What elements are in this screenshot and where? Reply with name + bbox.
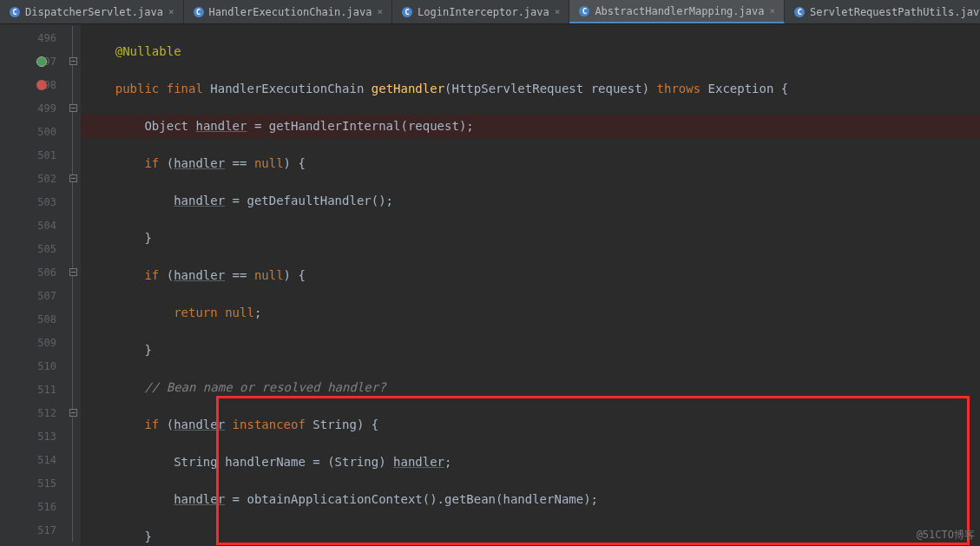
code-line[interactable]: // Bean name or resolved handler? — [81, 376, 980, 399]
class-icon: C — [793, 6, 806, 18]
fold-icon[interactable] — [69, 104, 77, 112]
tab-servletpath[interactable]: C ServletRequestPathUtils.java × — [785, 0, 980, 23]
tab-label: DispatcherServlet.java — [25, 6, 163, 18]
code-line[interactable]: } — [81, 339, 980, 362]
code-line[interactable]: if (handler instanceof String) { — [81, 413, 980, 437]
close-icon[interactable]: × — [769, 5, 775, 16]
code-content[interactable]: @Nullable public final HandlerExecutionC… — [81, 24, 980, 546]
tab-login[interactable]: C LoginInterceptor.java × — [392, 0, 569, 23]
close-icon[interactable]: × — [555, 6, 561, 17]
gutter-line: 497 — [0, 49, 65, 73]
gutter-line: 517 — [0, 518, 65, 542]
tab-label: AbstractHandlerMapping.java — [595, 5, 764, 17]
gutter-line: 496 — [0, 26, 65, 49]
gutter-line: 511 — [0, 378, 65, 401]
code-line[interactable]: } — [81, 227, 980, 250]
class-icon: C — [578, 5, 590, 17]
class-icon: C — [9, 6, 21, 18]
code-line[interactable]: if (handler == null) { — [81, 152, 980, 175]
code-line[interactable]: String handlerName = (String) handler; — [81, 451, 980, 474]
tab-label: LoginInterceptor.java — [418, 6, 549, 18]
fold-icon[interactable] — [69, 409, 77, 417]
tab-label: HandlerExecutionChain.java — [209, 6, 372, 18]
tab-abstracthandler[interactable]: C AbstractHandlerMapping.java × — [569, 0, 785, 23]
gutter-line: 512 — [0, 401, 65, 424]
gutter-line: 509 — [0, 331, 65, 354]
class-icon: C — [193, 6, 205, 18]
gutter-line: 506 — [0, 260, 65, 284]
tab-label: ServletRequestPathUtils.java — [810, 6, 980, 18]
gutter-line: 503 — [0, 190, 65, 214]
code-line[interactable]: @Nullable — [81, 40, 980, 63]
fold-column — [65, 24, 81, 546]
close-icon[interactable]: × — [168, 6, 174, 17]
code-line[interactable]: return null; — [81, 301, 980, 325]
tab-dispatcher[interactable]: C DispatcherServlet.java × — [0, 0, 184, 23]
gutter-line: 507 — [0, 284, 65, 307]
code-line[interactable]: Object handler = getHandlerInternal(requ… — [81, 115, 980, 138]
watermark: @51CTO博客 — [917, 528, 975, 543]
tab-handlerexec[interactable]: C HandlerExecutionChain.java × — [184, 0, 392, 23]
code-line[interactable]: public final HandlerExecutionChain getHa… — [81, 77, 980, 101]
gutter-line: 499 — [0, 96, 65, 120]
gutter-line: 508 — [0, 307, 65, 331]
gutter-line: 513 — [0, 424, 65, 448]
editor-tabs: C DispatcherServlet.java × C HandlerExec… — [0, 0, 980, 24]
editor[interactable]: 496 497 498 499 500 501 502 503 504 505 … — [0, 24, 980, 546]
gutter-line: 514 — [0, 448, 65, 471]
override-marker-icon[interactable] — [36, 56, 47, 67]
code-line[interactable]: } — [81, 525, 980, 546]
gutter-line: 510 — [0, 354, 65, 378]
gutter-line: 504 — [0, 214, 65, 237]
close-icon[interactable]: × — [377, 6, 383, 17]
gutter-line: 516 — [0, 495, 65, 518]
class-icon: C — [401, 6, 413, 18]
fold-icon[interactable] — [69, 57, 77, 65]
fold-icon[interactable] — [69, 174, 77, 182]
code-line[interactable]: if (handler == null) { — [81, 264, 980, 287]
gutter-line: 502 — [0, 167, 65, 190]
line-gutter: 496 497 498 499 500 501 502 503 504 505 … — [0, 24, 65, 546]
code-line[interactable]: handler = obtainApplicationContext().get… — [81, 488, 980, 511]
gutter-line: 498 — [0, 73, 65, 96]
gutter-line: 505 — [0, 237, 65, 260]
gutter-line: 501 — [0, 143, 65, 167]
fold-icon[interactable] — [69, 268, 77, 276]
code-line[interactable]: handler = getDefaultHandler(); — [81, 189, 980, 213]
breakpoint-icon[interactable] — [36, 80, 47, 90]
gutter-line: 500 — [0, 120, 65, 143]
gutter-line: 515 — [0, 471, 65, 495]
